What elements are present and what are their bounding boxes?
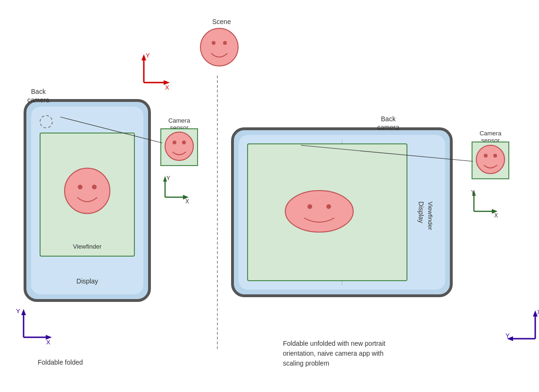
svg-point-33 <box>493 154 497 158</box>
sensor-axes-left: Y X <box>160 174 193 204</box>
svg-point-28 <box>285 191 353 232</box>
svg-point-14 <box>182 141 186 144</box>
svg-point-12 <box>165 132 193 160</box>
coord-top-axes: Y X <box>134 52 172 90</box>
viewfinder-left: Viewfinder <box>40 133 135 257</box>
camera-sensor-left <box>160 128 198 166</box>
svg-point-10 <box>78 184 83 189</box>
svg-text:Y: Y <box>166 175 170 182</box>
svg-text:Y: Y <box>471 189 475 196</box>
viewfinder-face-left <box>61 166 113 218</box>
viewfinder-face-right <box>282 189 357 236</box>
section-divider <box>217 75 218 349</box>
svg-point-9 <box>65 168 110 213</box>
svg-text:Y: Y <box>146 52 150 59</box>
svg-text:X: X <box>185 198 189 205</box>
scene-label: Scene <box>212 18 231 25</box>
svg-point-2 <box>223 41 227 45</box>
phone-left-inner: Viewfinder Display <box>31 107 143 294</box>
caption-left: Foldable folded <box>38 359 83 366</box>
back-camera-label-left: Back camera <box>27 87 50 104</box>
camera-sensor-right <box>472 142 509 179</box>
viewfinder-label-right: Viewfinder <box>427 201 434 230</box>
caption-right: Foldable unfolded with new portrait orie… <box>283 339 385 368</box>
sensor-axes-right: Y X <box>469 188 502 218</box>
svg-point-32 <box>484 154 488 158</box>
bottom-axes-right: X Y <box>505 306 539 348</box>
svg-point-30 <box>326 204 331 209</box>
svg-text:X: X <box>165 84 169 91</box>
svg-marker-23 <box>21 309 26 315</box>
svg-text:X: X <box>494 212 498 219</box>
svg-point-0 <box>200 28 238 66</box>
viewfinder-right: Viewfinder <box>247 143 407 281</box>
svg-text:X: X <box>537 309 539 316</box>
bottom-axes-left: Y X <box>14 307 57 344</box>
svg-point-13 <box>173 141 176 144</box>
phone-left: Viewfinder Display <box>24 99 151 302</box>
viewfinder-label-left: Viewfinder <box>41 243 134 250</box>
sensor-face-right <box>473 142 508 178</box>
phone-right-inner: Viewfinder Display <box>239 135 445 290</box>
scene-face <box>198 26 240 68</box>
camera-hole-left <box>40 115 53 128</box>
display-label-left: Display <box>31 277 143 285</box>
svg-text:Y: Y <box>16 308 20 315</box>
back-camera-label-right: Back camera <box>377 115 399 132</box>
svg-text:Y: Y <box>506 332 510 339</box>
svg-point-31 <box>476 145 505 174</box>
svg-point-1 <box>212 41 216 45</box>
phone-right: Viewfinder Display <box>231 127 453 297</box>
sensor-face-left <box>161 129 197 165</box>
svg-point-29 <box>307 204 312 209</box>
display-label-right: Display <box>417 201 425 223</box>
svg-point-11 <box>92 184 97 189</box>
svg-text:X: X <box>46 339 50 346</box>
